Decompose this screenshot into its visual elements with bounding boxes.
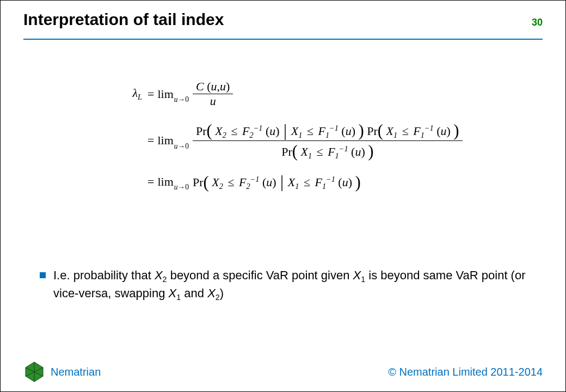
lim-arrow: →0 xyxy=(178,95,189,103)
limit-3: lim u→0 xyxy=(157,176,190,188)
x1-sub-3: 1 xyxy=(295,182,299,191)
bullet-mid1: beyond a specific VaR point given xyxy=(167,268,353,282)
lambda-symbol: λ xyxy=(133,86,138,100)
bullet-block: I.e. probability that X2 beyond a specif… xyxy=(40,267,533,303)
f1-sub: 1 xyxy=(325,131,329,139)
slide: Interpretation of tail index 30 λL = lim… xyxy=(0,0,566,392)
line3-expr: Pr( X2 ≤ F2−1 (u) | X1 ≤ F1−1 (u) ) xyxy=(193,173,361,191)
f1-sup: −1 xyxy=(329,124,339,132)
equation-lhs: λL xyxy=(118,87,144,101)
x2-sym: X xyxy=(215,124,222,138)
header: Interpretation of tail index xyxy=(23,10,543,29)
copyright: © Nematrian Limited 2011-2014 xyxy=(388,366,543,378)
u-3a: u xyxy=(266,175,272,189)
x1-sym-3: X xyxy=(288,175,295,189)
fraction-2-den: Pr( X1 ≤ F1−1 (u) ) xyxy=(278,141,377,161)
bullet-end: ) xyxy=(220,286,224,300)
equation-line-3: = lim u→0 Pr( X2 ≤ F2−1 (u) | X1 ≤ F1−1 … xyxy=(118,173,465,191)
brand-name: Nematrian xyxy=(51,366,101,378)
lim-var-3: u xyxy=(174,183,178,191)
x2-sub-3: 2 xyxy=(219,182,223,191)
fraction-1: C (u,u) u xyxy=(193,79,233,108)
footer: Nematrian © Nematrian Limited 2011-2014 xyxy=(23,361,543,383)
f2-sup-3: −1 xyxy=(250,175,260,183)
equation-block: λL = lim u→0 C (u,u) u = lim u→0 xyxy=(118,79,465,203)
bullet-text: I.e. probability that X2 beyond a specif… xyxy=(53,267,533,303)
x1-sym-den: X xyxy=(300,145,307,158)
x1-sub: 1 xyxy=(298,131,302,139)
lim-sub: u→0 xyxy=(174,96,189,103)
f1-sub-b: 1 xyxy=(421,131,424,139)
x2-sym-3: X xyxy=(212,175,219,189)
lim-var-2: u xyxy=(174,142,178,150)
le-3b: ≤ xyxy=(304,175,310,189)
pr-2: Pr xyxy=(367,124,378,138)
u-3b: u xyxy=(342,175,348,189)
equation-line-1: λL = lim u→0 C (u,u) u xyxy=(118,79,465,108)
lim-sub-2: u→0 xyxy=(174,143,189,150)
u-den: u xyxy=(355,145,361,158)
f1-sym-den: F xyxy=(328,145,335,158)
bullet-x2b-sub: 2 xyxy=(216,293,220,302)
fraction-1-num: C (u,u) xyxy=(193,79,233,94)
x2-sub: 2 xyxy=(223,131,226,139)
fraction-1-den: u xyxy=(207,94,219,108)
le-1: ≤ xyxy=(231,124,237,138)
lim-var: u xyxy=(174,95,178,103)
f2-sym: F xyxy=(242,124,249,138)
f1-sub-den: 1 xyxy=(335,151,339,160)
page-title: Interpretation of tail index xyxy=(23,10,543,29)
f1-sym-3: F xyxy=(315,175,322,189)
limit-2: lim u→0 xyxy=(157,134,190,146)
bullet-x2: X xyxy=(155,268,163,282)
u-2: u xyxy=(346,124,352,138)
limit: lim u→0 xyxy=(157,88,190,100)
bullet-pre: I.e. probability that xyxy=(53,268,155,282)
f1-sub-3: 1 xyxy=(322,182,326,191)
lim-word-3: lim xyxy=(157,176,173,188)
pr-3: Pr xyxy=(193,175,204,189)
f2-sub: 2 xyxy=(249,131,253,139)
f1-sup-b: −1 xyxy=(424,124,434,132)
le-3: ≤ xyxy=(402,124,409,138)
fraction-2-num: Pr( X2 ≤ F2−1 (u) | X1 ≤ F1−1 (u) ) Pr( … xyxy=(193,120,463,140)
bullet-mid3: and xyxy=(181,286,207,300)
equals-sign-3: = xyxy=(147,176,154,188)
bullet-x1: X xyxy=(353,268,361,282)
le-2: ≤ xyxy=(307,124,313,138)
x1-sub-den: 1 xyxy=(308,151,312,160)
equals-sign: = xyxy=(147,88,154,100)
le-den: ≤ xyxy=(317,145,323,158)
equation-line-2: = lim u→0 Pr( X2 ≤ F2−1 (u) | X1 ≤ F1−1 … xyxy=(118,120,465,161)
bullet-x1b: X xyxy=(169,286,177,300)
f1-sym-b: F xyxy=(413,124,420,138)
pr-den: Pr xyxy=(281,145,292,158)
header-rule xyxy=(23,39,543,40)
page-number: 30 xyxy=(532,17,543,28)
x1-sym: X xyxy=(291,124,298,138)
lim-arrow-3: →0 xyxy=(178,183,189,191)
u-1: u xyxy=(269,124,275,138)
f2-sup: −1 xyxy=(254,124,263,132)
f2-sym-3: F xyxy=(239,175,246,189)
frac1-den-text: u xyxy=(210,94,216,108)
pr-1: Pr xyxy=(196,124,207,138)
le-3a: ≤ xyxy=(227,175,234,189)
lim-sub-3: u→0 xyxy=(174,183,189,191)
bullet-row: I.e. probability that X2 beyond a specif… xyxy=(40,267,533,303)
bullet-x2-sub: 2 xyxy=(163,275,167,284)
bullet-x2b: X xyxy=(207,286,216,300)
brand: Nematrian xyxy=(23,361,101,383)
bullet-x1-sub: 1 xyxy=(361,275,365,284)
fraction-2: Pr( X2 ≤ F2−1 (u) | X1 ≤ F1−1 (u) ) Pr( … xyxy=(193,120,463,161)
f1-sup-den: −1 xyxy=(339,144,348,152)
logo-icon xyxy=(23,361,45,383)
f1-sup-3: −1 xyxy=(326,175,335,183)
bullet-x1b-sub: 1 xyxy=(176,293,181,302)
x1-sub-b: 1 xyxy=(393,131,397,139)
f2-sub-3: 2 xyxy=(246,182,250,191)
x1-sym-b: X xyxy=(386,124,393,138)
equals-sign-2: = xyxy=(147,134,154,146)
lambda-sub: L xyxy=(138,93,142,101)
lim-word: lim xyxy=(157,88,173,100)
